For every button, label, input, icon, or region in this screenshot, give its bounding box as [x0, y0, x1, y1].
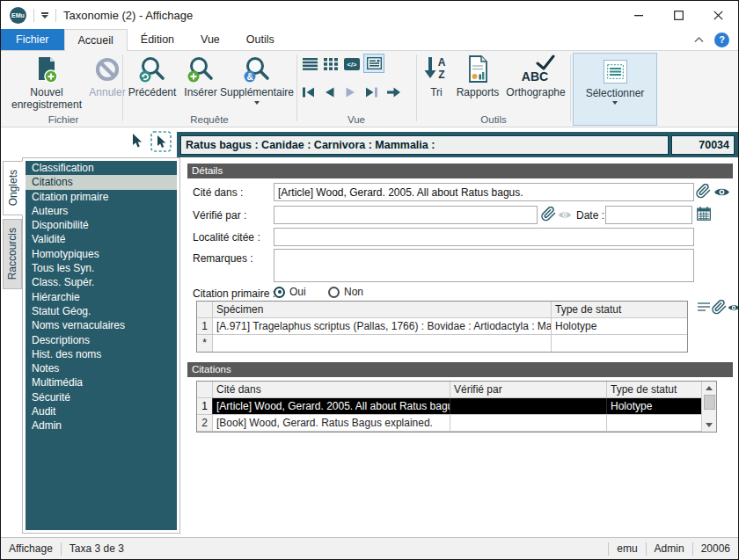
sidebar-item-multimedia[interactable]: Multimédia — [26, 375, 177, 389]
verified-by-cell[interactable] — [450, 398, 607, 414]
sidebar-item-hist-des-noms[interactable]: Hist. des noms — [26, 347, 177, 361]
radio-on-icon[interactable] — [274, 287, 285, 298]
attachment-icon[interactable] — [712, 300, 727, 315]
vertical-scrollbar[interactable] — [701, 382, 716, 432]
grid-view-button[interactable] — [322, 56, 340, 72]
new-record-button[interactable]: Nouvel enregistrement — [6, 55, 87, 112]
date-input[interactable] — [605, 206, 692, 224]
status-cell[interactable] — [607, 415, 701, 431]
scrollbar-thumb[interactable] — [704, 395, 715, 410]
citation-row[interactable]: 2 [Book] Wood, Gerard. Ratus Bagus expla… — [197, 415, 716, 432]
sidebar-item-citations[interactable]: Citations — [26, 175, 177, 189]
row-number[interactable]: 1 — [197, 398, 213, 414]
sidebar-item-disponibilite[interactable]: Disponibilité — [26, 218, 177, 232]
new-record-icon — [32, 55, 62, 84]
code-view-button[interactable]: </> — [343, 56, 361, 72]
cited-in-cell[interactable]: [Book] Wood, Gerard. Ratus Bagus explain… — [213, 415, 450, 431]
specimen-new-row[interactable]: * — [197, 335, 687, 352]
search-additional-button[interactable]: & Supplémentaire — [219, 55, 295, 105]
svg-text:A: A — [438, 56, 446, 69]
view-attachment-icon[interactable] — [728, 302, 739, 313]
tab-accueil[interactable]: Accueil — [64, 29, 128, 51]
column-header-verified-by[interactable]: Vérifié par — [450, 382, 607, 397]
column-header-specimen[interactable]: Spécimen — [213, 302, 552, 317]
page-view-button[interactable] — [363, 54, 384, 73]
calendar-icon[interactable] — [697, 207, 711, 221]
cited-in-input[interactable] — [274, 183, 694, 201]
search-previous-button[interactable]: Précédent — [126, 55, 179, 99]
column-header-status[interactable]: Type de statut — [607, 382, 701, 397]
goto-record-icon — [386, 85, 401, 99]
primary-citation-yes[interactable]: Oui — [274, 286, 306, 298]
first-record-button[interactable] — [299, 84, 317, 100]
status-cell[interactable]: Holotype — [552, 318, 687, 334]
attachment-icon[interactable] — [696, 184, 711, 199]
status-cell[interactable]: Holotype — [607, 398, 701, 414]
sidebar-item-admin[interactable]: Admin — [26, 418, 177, 433]
scrollbar-down-icon — [706, 423, 713, 427]
sidebar-item-class-super[interactable]: Class. Supér. — [26, 275, 177, 289]
page-view-icon — [367, 57, 382, 69]
tab-outils[interactable]: Outils — [233, 29, 288, 50]
attachment-icon[interactable] — [541, 207, 556, 222]
cited-in-label: Cité dans : — [193, 186, 243, 199]
scrollbar-up-icon — [706, 386, 713, 390]
select-all-tool-button[interactable] — [150, 131, 172, 155]
row-lines-icon[interactable] — [698, 302, 711, 313]
minimize-button[interactable] — [619, 1, 659, 29]
goto-record-button[interactable] — [384, 84, 402, 100]
status-cell[interactable] — [552, 335, 687, 352]
remarks-textarea[interactable] — [274, 249, 694, 282]
row-number[interactable]: 2 — [197, 415, 213, 431]
list-view-button[interactable] — [301, 56, 318, 72]
sidebar-item-tous-les-syn[interactable]: Tous les Syn. — [26, 261, 177, 275]
help-button[interactable]: ? — [714, 33, 729, 47]
new-row-marker[interactable]: * — [197, 335, 213, 352]
ribbon-collapse-icon[interactable] — [694, 37, 704, 43]
close-button[interactable] — [699, 1, 738, 29]
radio-off-icon[interactable] — [328, 287, 340, 298]
citation-row-selected[interactable]: 1 [Article] Wood, Gerard. 2005. All abou… — [197, 398, 716, 415]
scrollbar-up-button[interactable] — [702, 382, 716, 395]
column-header-status[interactable]: Type de statut — [552, 302, 687, 317]
tab-fichier[interactable]: Fichier — [1, 29, 64, 50]
sidebar-item-hierarchie[interactable]: Hiérarchie — [26, 290, 177, 304]
specimen-cell[interactable]: [A.971] Tragelaphus scriptus (Pallas, 17… — [213, 318, 552, 334]
verified-by-cell[interactable] — [450, 415, 607, 431]
side-tab-onglets[interactable]: Onglets — [3, 161, 23, 215]
side-tab-raccourcis[interactable]: Raccourcis — [3, 219, 22, 289]
reports-button[interactable]: Rapports — [453, 55, 502, 99]
search-insert-button[interactable]: Insérer — [179, 55, 222, 99]
sort-button[interactable]: A Z Tri — [421, 55, 451, 99]
scrollbar-down-button[interactable] — [702, 418, 716, 432]
previous-record-button[interactable] — [320, 84, 338, 100]
sidebar-item-notes[interactable]: Notes — [26, 361, 177, 375]
primary-citation-no[interactable]: Non — [328, 286, 363, 298]
pointer-tool-button[interactable] — [131, 134, 143, 152]
tab-edition[interactable]: Édition — [128, 29, 187, 50]
select-button[interactable]: Sélectionner — [573, 53, 657, 126]
sidebar-item-citation-primaire[interactable]: Citation primaire — [26, 190, 177, 204]
specimen-row[interactable]: 1 [A.971] Tragelaphus scriptus (Pallas, … — [197, 318, 687, 335]
spellcheck-button[interactable]: ABC Orthographe — [504, 55, 567, 99]
cited-locality-input[interactable] — [274, 228, 694, 246]
last-record-button[interactable] — [362, 84, 380, 100]
verified-by-input[interactable] — [274, 206, 538, 224]
sidebar-item-homotypiques[interactable]: Homotypiques — [26, 247, 177, 261]
sidebar-item-noms-vernaculaires[interactable]: Noms vernaculaires — [26, 318, 177, 332]
cited-in-cell[interactable]: [Article] Wood, Gerard. 2005. All about … — [213, 398, 450, 414]
sidebar-item-descriptions[interactable]: Descriptions — [26, 333, 177, 347]
sidebar-item-auteurs[interactable]: Auteurs — [26, 204, 177, 218]
specimen-cell[interactable] — [213, 335, 552, 352]
sidebar-item-classification[interactable]: Classification — [26, 161, 177, 175]
sidebar-item-statut-geog[interactable]: Statut Géog. — [26, 304, 177, 318]
maximize-button[interactable] — [659, 1, 699, 29]
quick-access-dropdown-icon[interactable] — [41, 12, 48, 18]
view-attachment-icon[interactable] — [713, 186, 730, 198]
sidebar-item-securite[interactable]: Sécurité — [26, 390, 177, 404]
sidebar-item-audit[interactable]: Audit — [26, 404, 177, 418]
sidebar-item-validite[interactable]: Validité — [26, 232, 177, 246]
row-number[interactable]: 1 — [197, 318, 213, 334]
column-header-cited-in[interactable]: Cité dans — [213, 382, 450, 397]
tab-vue[interactable]: Vue — [187, 29, 233, 50]
